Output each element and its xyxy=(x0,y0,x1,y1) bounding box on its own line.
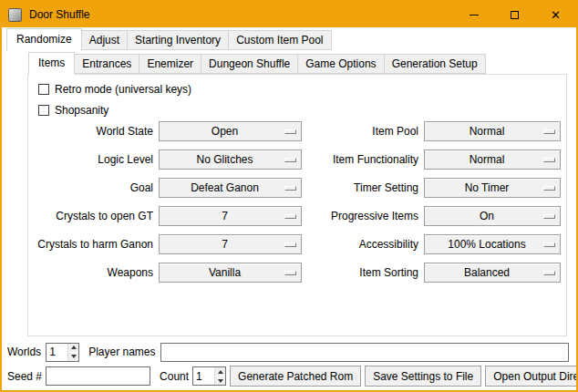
label-weapons: Weapons xyxy=(33,266,153,279)
dropdown-accessibility[interactable]: 100% Locations xyxy=(424,234,561,254)
option-menu-indicator-icon xyxy=(543,158,555,162)
open-output-button[interactable]: Open Output Directory xyxy=(485,366,578,387)
dropdown-value: Vanilla xyxy=(209,266,241,279)
checkbox-retro-mode[interactable]: Retro mode (universal keys) xyxy=(38,83,191,96)
label-item-pool: Item Pool xyxy=(307,125,418,138)
option-menu-indicator-icon xyxy=(284,158,296,162)
dropdown-crystals-open-gt[interactable]: 7 xyxy=(159,206,302,226)
label-logic-level: Logic Level xyxy=(33,153,153,166)
seed-input[interactable] xyxy=(46,366,150,386)
options-grid: World State Open Item Pool Normal Logic … xyxy=(33,121,561,283)
dropdown-value: On xyxy=(480,210,494,222)
triangle-up-icon xyxy=(71,346,77,349)
triangle-down-icon xyxy=(218,379,223,383)
label-crystals-harm-ganon: Crystals to harm Ganon xyxy=(33,238,153,251)
tab-randomize[interactable]: Randomize xyxy=(6,28,82,51)
dropdown-value: Balanced xyxy=(464,266,510,279)
option-menu-indicator-icon xyxy=(284,271,296,275)
count-label: Count xyxy=(160,370,189,383)
generate-rom-button[interactable]: Generate Patched Rom xyxy=(230,366,361,387)
count-spinner xyxy=(214,367,225,385)
dropdown-value: Open xyxy=(212,125,238,138)
player-names-label: Player names xyxy=(88,346,155,358)
option-menu-indicator-icon xyxy=(543,129,555,134)
dropdown-progressive-items[interactable]: On xyxy=(424,206,561,226)
seed-label: Seed # xyxy=(7,370,42,383)
count-spinbox[interactable] xyxy=(192,366,226,386)
checkbox-label: Shopsanity xyxy=(55,104,108,117)
close-button[interactable]: ✕ xyxy=(535,2,576,27)
tab-generation-setup[interactable]: Generation Setup xyxy=(384,54,486,74)
label-goal: Goal xyxy=(33,181,153,194)
items-pane: Retro mode (universal keys) Shopsanity W… xyxy=(27,74,567,336)
checkbox-label: Retro mode (universal keys) xyxy=(55,83,191,96)
worlds-spinbox[interactable] xyxy=(46,343,79,362)
worlds-down-button[interactable] xyxy=(67,352,78,361)
dropdown-item-sorting[interactable]: Balanced xyxy=(424,263,561,283)
option-menu-indicator-icon xyxy=(543,271,555,275)
maximize-button[interactable] xyxy=(494,2,535,27)
label-item-functionality: Item Functionality xyxy=(307,153,418,166)
window-title: Door Shuffle xyxy=(29,8,90,21)
tab-enemizer[interactable]: Enemizer xyxy=(139,54,201,74)
window-controls: ✕ xyxy=(453,2,576,27)
tab-dungeon-shuffle[interactable]: Dungeon Shuffle xyxy=(201,54,298,74)
app-window: Door Shuffle ✕ Randomize Adjust Starting… xyxy=(0,0,578,392)
tab-game-options[interactable]: Game Options xyxy=(297,54,384,74)
tab-entrances[interactable]: Entrances xyxy=(74,54,139,74)
dropdown-world-state[interactable]: Open xyxy=(159,121,302,141)
option-menu-indicator-icon xyxy=(284,214,296,219)
tab-starting-inventory[interactable]: Starting Inventory xyxy=(127,30,229,50)
option-menu-indicator-icon xyxy=(284,186,296,191)
worlds-input[interactable] xyxy=(46,344,67,361)
triangle-up-icon xyxy=(218,370,223,374)
worlds-label: Worlds xyxy=(7,346,41,358)
option-menu-indicator-icon xyxy=(543,214,555,219)
count-up-button[interactable] xyxy=(214,367,225,376)
app-icon xyxy=(8,8,22,22)
option-menu-indicator-icon xyxy=(543,186,555,191)
triangle-down-icon xyxy=(71,355,77,358)
checkbox-icon xyxy=(38,105,49,116)
dropdown-value: 7 xyxy=(222,210,228,222)
dropdown-item-pool[interactable]: Normal xyxy=(424,121,561,141)
dropdown-value: 100% Locations xyxy=(448,238,525,251)
close-icon: ✕ xyxy=(551,9,561,21)
label-progressive-items: Progressive Items xyxy=(307,210,418,222)
minimize-icon xyxy=(470,15,479,15)
generate-row: Seed # Count Generate Patched Rom Save S… xyxy=(7,366,571,387)
label-world-state: World State xyxy=(33,125,153,138)
player-names-input[interactable] xyxy=(160,343,570,362)
save-settings-button[interactable]: Save Settings to File xyxy=(365,366,481,387)
dropdown-crystals-harm-ganon[interactable]: 7 xyxy=(159,234,302,254)
dropdown-value: Defeat Ganon xyxy=(191,181,259,194)
worlds-up-button[interactable] xyxy=(67,344,78,352)
label-timer-setting: Timer Setting xyxy=(307,181,418,194)
worlds-spinner xyxy=(67,344,78,361)
tab-custom-item-pool[interactable]: Custom Item Pool xyxy=(228,30,331,50)
checkbox-icon xyxy=(38,84,49,95)
dropdown-timer-setting[interactable]: No Timer xyxy=(424,178,561,198)
label-accessibility: Accessibility xyxy=(307,238,418,251)
dropdown-goal[interactable]: Defeat Ganon xyxy=(159,178,302,198)
dropdown-item-functionality[interactable]: Normal xyxy=(424,150,561,170)
option-menu-indicator-icon xyxy=(284,129,296,134)
titlebar[interactable]: Door Shuffle ✕ xyxy=(2,2,576,27)
dropdown-value: Normal xyxy=(470,153,505,166)
dropdown-value: 7 xyxy=(222,238,228,251)
count-down-button[interactable] xyxy=(214,376,225,385)
option-menu-indicator-icon xyxy=(543,242,555,247)
dropdown-value: No Timer xyxy=(465,181,510,194)
worlds-row: Worlds Player names xyxy=(7,342,571,362)
dropdown-value: Normal xyxy=(470,125,505,138)
count-input[interactable] xyxy=(193,367,214,385)
tab-adjust[interactable]: Adjust xyxy=(81,30,128,50)
dropdown-weapons[interactable]: Vanilla xyxy=(159,263,302,283)
dropdown-logic-level[interactable]: No Glitches xyxy=(159,150,302,170)
tab-items[interactable]: Items xyxy=(28,52,75,75)
minimize-button[interactable] xyxy=(453,2,494,27)
checkbox-shopsanity[interactable]: Shopsanity xyxy=(38,104,108,117)
option-menu-indicator-icon xyxy=(284,242,296,247)
label-crystals-open-gt: Crystals to open GT xyxy=(33,210,153,222)
sub-tab-strip: Items Entrances Enemizer Dungeon Shuffle… xyxy=(28,54,486,74)
